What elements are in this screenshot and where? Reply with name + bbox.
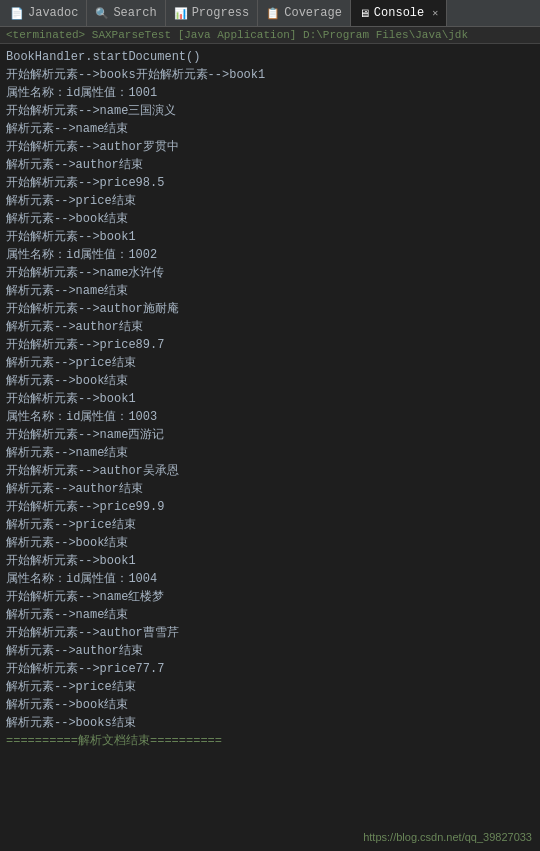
console-line: 解析元素-->price结束 bbox=[6, 516, 534, 534]
coverage-tab-label: Coverage bbox=[284, 6, 342, 20]
console-line: 解析元素-->price结束 bbox=[6, 678, 534, 696]
console-line: 开始解析元素-->name水许传 bbox=[6, 264, 534, 282]
console-line: 解析元素-->author结束 bbox=[6, 480, 534, 498]
console-line: 解析元素-->book结束 bbox=[6, 534, 534, 552]
console-line: 解析元素-->price结束 bbox=[6, 192, 534, 210]
console-line: 开始解析元素-->author施耐庵 bbox=[6, 300, 534, 318]
watermark: https://blog.csdn.net/qq_39827033 bbox=[363, 831, 532, 843]
console-line: 开始解析元素-->author吴承恩 bbox=[6, 462, 534, 480]
progress-tab-label: Progress bbox=[192, 6, 250, 20]
console-line: 解析元素-->author结束 bbox=[6, 318, 534, 336]
tab-progress[interactable]: 📊Progress bbox=[166, 0, 259, 26]
console-tab-label: Console bbox=[374, 6, 424, 20]
progress-tab-icon: 📊 bbox=[174, 7, 188, 20]
console-line: 属性名称：id属性值：1001 bbox=[6, 84, 534, 102]
console-line: 解析元素-->books结束 bbox=[6, 714, 534, 732]
tab-search[interactable]: 🔍Search bbox=[87, 0, 165, 26]
tab-bar: 📄Javadoc🔍Search📊Progress📋Coverage🖥Consol… bbox=[0, 0, 540, 27]
javadoc-tab-label: Javadoc bbox=[28, 6, 78, 20]
console-line: 解析元素-->book结束 bbox=[6, 210, 534, 228]
console-tab-close[interactable]: ✕ bbox=[432, 7, 438, 19]
console-line: 开始解析元素-->author曹雪芹 bbox=[6, 624, 534, 642]
console-line: 解析元素-->name结束 bbox=[6, 444, 534, 462]
search-tab-label: Search bbox=[113, 6, 156, 20]
console-line: 开始解析元素-->books开始解析元素-->book1 bbox=[6, 66, 534, 84]
console-tab-icon: 🖥 bbox=[359, 7, 370, 20]
console-line: 解析元素-->name结束 bbox=[6, 120, 534, 138]
console-line: 开始解析元素-->price99.9 bbox=[6, 498, 534, 516]
tab-javadoc[interactable]: 📄Javadoc bbox=[2, 0, 87, 26]
console-line: 开始解析元素-->price89.7 bbox=[6, 336, 534, 354]
console-line: 开始解析元素-->book1 bbox=[6, 552, 534, 570]
console-output[interactable]: BookHandler.startDocument()开始解析元素-->book… bbox=[0, 44, 540, 846]
console-line: 解析元素-->author结束 bbox=[6, 642, 534, 660]
console-line: 解析元素-->book结束 bbox=[6, 372, 534, 390]
console-line: 属性名称：id属性值：1002 bbox=[6, 246, 534, 264]
tab-console[interactable]: 🖥Console✕ bbox=[351, 0, 447, 26]
console-line: 开始解析元素-->price98.5 bbox=[6, 174, 534, 192]
console-line: BookHandler.startDocument() bbox=[6, 48, 534, 66]
search-tab-icon: 🔍 bbox=[95, 7, 109, 20]
console-line: 开始解析元素-->price77.7 bbox=[6, 660, 534, 678]
console-line: 开始解析元素-->name三国演义 bbox=[6, 102, 534, 120]
console-line: 解析元素-->price结束 bbox=[6, 354, 534, 372]
console-line: 开始解析元素-->book1 bbox=[6, 390, 534, 408]
console-line: 解析元素-->name结束 bbox=[6, 282, 534, 300]
javadoc-tab-icon: 📄 bbox=[10, 7, 24, 20]
console-line: 解析元素-->book结束 bbox=[6, 696, 534, 714]
console-line: 解析元素-->name结束 bbox=[6, 606, 534, 624]
console-line: 属性名称：id属性值：1004 bbox=[6, 570, 534, 588]
tab-coverage[interactable]: 📋Coverage bbox=[258, 0, 351, 26]
console-line: ==========解析文档结束========== bbox=[6, 732, 534, 750]
console-line: 开始解析元素-->name红楼梦 bbox=[6, 588, 534, 606]
console-line: 开始解析元素-->author罗贯中 bbox=[6, 138, 534, 156]
console-line: 解析元素-->author结束 bbox=[6, 156, 534, 174]
console-line: 属性名称：id属性值：1003 bbox=[6, 408, 534, 426]
status-bar: <terminated> SAXParseTest [Java Applicat… bbox=[0, 27, 540, 44]
coverage-tab-icon: 📋 bbox=[266, 7, 280, 20]
console-line: 开始解析元素-->book1 bbox=[6, 228, 534, 246]
console-line: 开始解析元素-->name西游记 bbox=[6, 426, 534, 444]
